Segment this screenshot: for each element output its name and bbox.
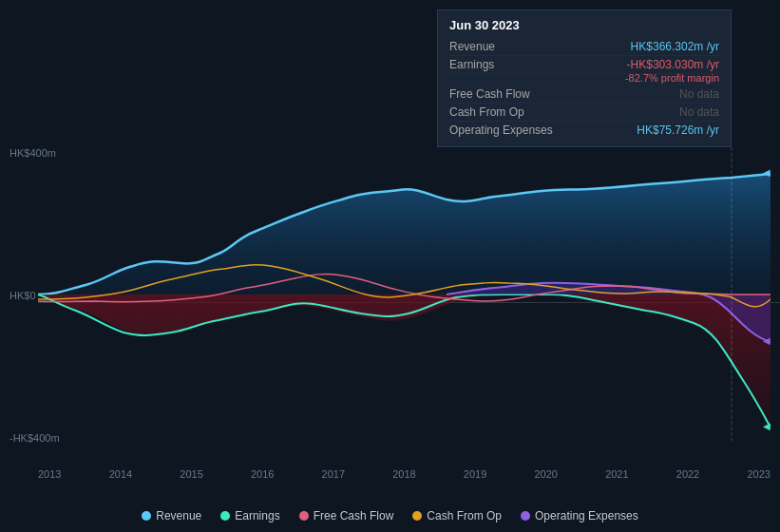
x-label-2023: 2023 [747, 468, 770, 480]
legend-label-revenue: Revenue [156, 509, 201, 522]
x-axis: 2013 2014 2015 2016 2017 2018 2019 2020 … [38, 468, 770, 480]
tooltip-row-fcf: Free Cash Flow No data [449, 86, 719, 104]
profit-margin: -82.7% profit margin [449, 72, 719, 84]
tooltip-date: Jun 30 2023 [449, 18, 719, 32]
svg-text:◀: ◀ [763, 335, 770, 346]
x-label-2020: 2020 [534, 468, 557, 480]
tooltip-label-revenue: Revenue [449, 40, 495, 53]
legend-revenue[interactable]: Revenue [142, 509, 201, 522]
chart-container: Jun 30 2023 Revenue HK$366.302m /yr Earn… [0, 0, 780, 532]
legend-label-opex: Operating Expenses [535, 509, 638, 522]
legend-fcf[interactable]: Free Cash Flow [299, 509, 394, 522]
legend-label-earnings: Earnings [235, 509, 279, 522]
x-label-2021: 2021 [605, 468, 628, 480]
tooltip-value-cashfromop: No data [679, 105, 719, 119]
legend: Revenue Earnings Free Cash Flow Cash Fro… [0, 509, 780, 522]
legend-dot-cashfromop [412, 511, 422, 521]
tooltip-box: Jun 30 2023 Revenue HK$366.302m /yr Earn… [437, 10, 732, 147]
legend-label-cashfromop: Cash From Op [427, 509, 502, 522]
tooltip-row-revenue: Revenue HK$366.302m /yr [449, 38, 719, 56]
tooltip-value-earnings: -HK$303.030m /yr [627, 58, 719, 71]
legend-earnings[interactable]: Earnings [220, 509, 279, 522]
svg-text:◀: ◀ [763, 421, 770, 431]
x-label-2013: 2013 [38, 468, 61, 480]
tooltip-value-revenue: HK$366.302m /yr [631, 40, 719, 53]
x-label-2018: 2018 [392, 468, 415, 480]
chart-svg: ◀ ◀ ◀ [38, 147, 770, 442]
x-label-2015: 2015 [180, 468, 202, 480]
legend-dot-revenue [142, 511, 151, 521]
legend-dot-opex [521, 511, 530, 521]
legend-dot-fcf [299, 511, 309, 521]
tooltip-label-earnings: Earnings [449, 58, 494, 71]
x-label-2016: 2016 [251, 468, 274, 480]
svg-text:◀: ◀ [763, 167, 770, 178]
tooltip-value-opex: HK$75.726m /yr [637, 124, 719, 137]
x-label-2022: 2022 [676, 468, 699, 480]
tooltip-value-fcf: No data [679, 87, 719, 101]
tooltip-label-fcf: Free Cash Flow [449, 87, 530, 101]
legend-cashfromop[interactable]: Cash From Op [412, 509, 502, 522]
tooltip-row-opex: Operating Expenses HK$75.726m /yr [449, 122, 719, 139]
legend-opex[interactable]: Operating Expenses [521, 509, 638, 522]
x-label-2014: 2014 [109, 468, 132, 480]
tooltip-label-cashfromop: Cash From Op [449, 105, 524, 119]
tooltip-row-cashfromop: Cash From Op No data [449, 104, 719, 122]
y-label-zero: HK$0 [10, 290, 36, 301]
legend-label-fcf: Free Cash Flow [314, 509, 394, 522]
tooltip-label-opex: Operating Expenses [449, 124, 553, 137]
legend-dot-earnings [220, 511, 230, 521]
x-label-2017: 2017 [322, 468, 345, 480]
x-label-2019: 2019 [464, 468, 486, 480]
